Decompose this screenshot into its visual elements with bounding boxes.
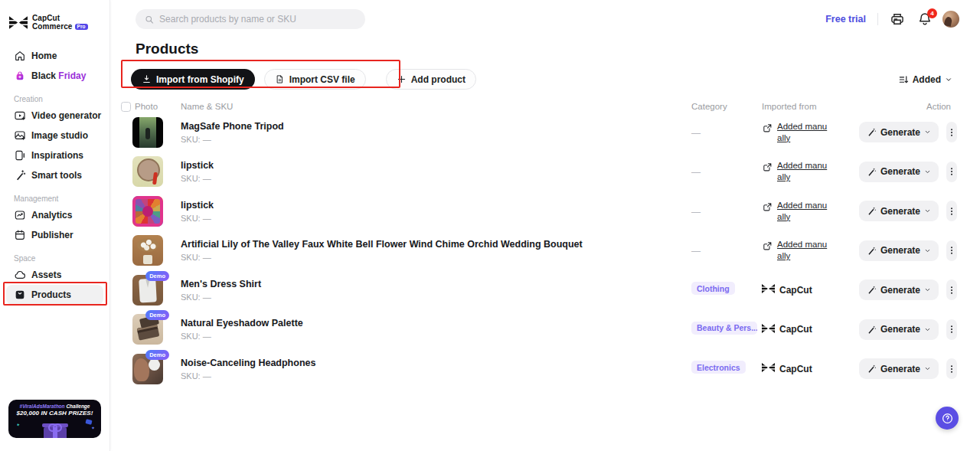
sidebar-item-image-studio[interactable]: Image studio xyxy=(6,126,103,145)
export-icon xyxy=(762,122,773,133)
help-button[interactable] xyxy=(936,407,959,430)
capcut-logo-icon xyxy=(9,16,28,29)
avatar[interactable] xyxy=(942,11,959,28)
sort-dropdown[interactable]: Added xyxy=(898,74,952,85)
product-sku: SKU: — xyxy=(181,332,691,341)
magic-wand-icon xyxy=(867,364,877,374)
generate-button[interactable]: Generate xyxy=(859,279,939,300)
header-imported-from: Imported from xyxy=(762,102,859,111)
imported-from-link[interactable]: Added manually xyxy=(777,239,828,262)
generate-label: Generate xyxy=(880,245,920,256)
more-actions-button[interactable] xyxy=(946,358,957,379)
shopping-bag-icon xyxy=(14,70,26,82)
generate-button[interactable]: Generate xyxy=(859,201,939,221)
publisher-icon xyxy=(14,229,26,241)
more-actions-button[interactable] xyxy=(946,122,957,142)
capcut-logo-icon xyxy=(762,284,775,296)
product-name: Artificial Lily of The Valley Faux White… xyxy=(181,239,691,250)
product-name: MagSafe Phone Tripod xyxy=(181,121,691,132)
generate-button[interactable]: Generate xyxy=(859,240,939,261)
more-actions-button[interactable] xyxy=(946,319,957,340)
sidebar-item-home[interactable]: Home xyxy=(6,46,103,66)
search-input[interactable] xyxy=(159,14,356,25)
imported-from-link[interactable]: Added manually xyxy=(777,160,828,183)
lipstick-color-wheel-thumb xyxy=(132,196,163,227)
more-actions-button[interactable] xyxy=(946,162,957,182)
plus-icon xyxy=(397,74,407,84)
table-body: MagSafe Phone TripodSKU: ——Added manuall… xyxy=(121,113,951,389)
sidebar-item-analytics[interactable]: Analytics xyxy=(6,205,103,225)
promo-card-illustration xyxy=(85,419,92,425)
sidebar-section-label: Space xyxy=(0,251,109,265)
table-row[interactable]: Artificial Lily of The Valley Faux White… xyxy=(121,231,951,271)
sidebar-item-black-friday[interactable]: Black Friday xyxy=(6,66,103,86)
smart-tools-icon xyxy=(14,169,26,181)
add-product-button[interactable]: Add product xyxy=(386,69,476,90)
promo-banner[interactable]: #ViralAdsMarathon Challenge $20,000 IN C… xyxy=(8,400,101,438)
table-row[interactable]: lipstickSKU: ——Added manuallyGenerate xyxy=(121,152,951,192)
sidebar-item-label: Assets xyxy=(31,270,61,280)
sidebar-item-products[interactable]: Products xyxy=(6,285,103,305)
table-row[interactable]: lipstickSKU: ——Added manuallyGenerate xyxy=(121,191,951,231)
magic-wand-icon xyxy=(867,325,877,335)
inspirations-icon xyxy=(14,149,26,162)
sidebar-item-label: Video generator xyxy=(31,110,101,121)
sidebar-item-label: Analytics xyxy=(31,210,72,221)
category-empty: — xyxy=(691,128,701,139)
import-from-shopify-button[interactable]: Import from Shopify xyxy=(131,69,255,90)
free-trial-link[interactable]: Free trial xyxy=(825,14,866,25)
table-row[interactable]: DemoNatural Eyeshadow PaletteSKU: —Beaut… xyxy=(121,310,951,350)
sidebar-item-label: Smart tools xyxy=(31,170,82,181)
import-csv-file-button[interactable]: Import CSV file xyxy=(264,69,366,90)
table-row[interactable]: MagSafe Phone TripodSKU: ——Added manuall… xyxy=(121,113,951,152)
category-empty: — xyxy=(691,207,701,217)
csv-file-icon xyxy=(275,74,285,84)
search-bar[interactable] xyxy=(136,9,365,29)
app-root: CapCut Commerce Pro HomeBlack FridayCrea… xyxy=(0,0,980,451)
notifications-button[interactable]: 4 xyxy=(917,11,933,27)
product-sku: SKU: — xyxy=(181,371,691,381)
imported-from-link[interactable]: Added manually xyxy=(777,200,828,223)
category-empty: — xyxy=(691,246,701,257)
promo-challenge: Challenge xyxy=(66,404,90,409)
more-actions-button[interactable] xyxy=(946,201,957,221)
select-all-checkbox[interactable] xyxy=(121,102,131,112)
demo-badge: Demo xyxy=(145,350,169,360)
header-photo: Photo xyxy=(135,102,158,111)
product-sku: SKU: — xyxy=(181,292,691,302)
imported-from-link[interactable]: Added manually xyxy=(777,121,828,144)
sort-icon xyxy=(898,74,909,85)
generate-button[interactable]: Generate xyxy=(859,319,939,340)
product-sku: SKU: — xyxy=(181,214,691,223)
generate-button[interactable]: Generate xyxy=(859,358,939,379)
printer-icon[interactable] xyxy=(890,11,905,27)
button-label: Import from Shopify xyxy=(156,74,244,85)
promo-prize: $20,000 IN CASH PRIZES! xyxy=(8,410,101,417)
sidebar-item-label: Products xyxy=(31,289,71,300)
sidebar-item-video-generator[interactable]: Video generator xyxy=(6,106,103,126)
export-icon xyxy=(762,161,773,172)
product-name: Noise-Canceling Headphones xyxy=(181,358,691,368)
table-row[interactable]: DemoNoise-Canceling HeadphonesSKU: —Elec… xyxy=(121,349,951,389)
generate-button[interactable]: Generate xyxy=(859,122,939,142)
sidebar-item-inspirations[interactable]: Inspirations xyxy=(6,145,103,165)
generate-button[interactable]: Generate xyxy=(859,162,939,182)
table-row[interactable]: DemoMen's Dress ShirtSKU: —ClothingCapCu… xyxy=(121,270,951,310)
sidebar-item-publisher[interactable]: Publisher xyxy=(6,225,103,245)
pro-badge: Pro xyxy=(75,24,88,31)
sidebar-item-smart-tools[interactable]: Smart tools xyxy=(6,165,103,185)
help-icon xyxy=(941,412,954,425)
brand-line2: Commerce xyxy=(32,22,73,31)
download-icon xyxy=(142,74,152,84)
imported-from-label: CapCut xyxy=(779,324,812,335)
capcut-commerce-logo[interactable]: CapCut Commerce Pro xyxy=(0,0,109,34)
product-sku: SKU: — xyxy=(181,135,691,144)
sidebar-item-assets[interactable]: Assets xyxy=(6,265,103,285)
magic-wand-icon xyxy=(867,246,877,256)
lipstick-mirror-thumb xyxy=(132,156,163,187)
white-flower-bouquet-thumb xyxy=(132,235,163,266)
more-actions-button[interactable] xyxy=(946,240,957,261)
sidebar-item-label: Black Friday xyxy=(31,70,86,81)
more-actions-button[interactable] xyxy=(946,279,957,300)
sidebar-section-label: Creation xyxy=(0,92,109,106)
